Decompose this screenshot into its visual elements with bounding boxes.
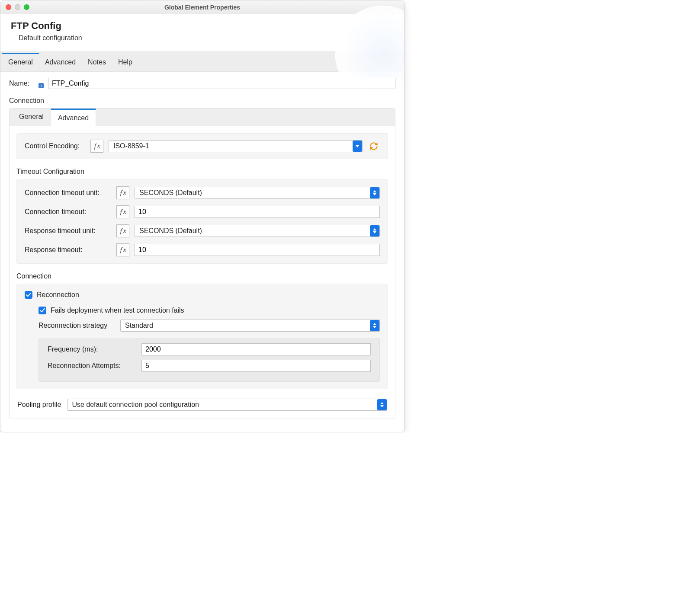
close-icon[interactable] [6,4,11,10]
window-title: Global Element Properties [0,4,404,11]
header-title: FTP Config [11,20,394,32]
connection2-title: Connection [16,272,395,280]
window-controls [0,4,29,10]
fx-button[interactable]: ƒx [116,186,129,199]
conn-timeout-unit-label: Connection timeout unit: [25,189,111,197]
info-icon: i [39,83,44,88]
fails-deploy-checkbox[interactable] [39,307,46,314]
pooling-label: Pooling profile [17,401,61,409]
strategy-label: Reconnection strategy [39,322,114,329]
stepper-icon [377,399,387,410]
fx-button[interactable]: ƒx [116,243,129,256]
zoom-icon[interactable] [24,4,29,10]
pooling-select[interactable]: Use default connection pool configuratio… [67,399,387,411]
encoding-label: Control Encoding: [25,142,85,150]
resp-timeout-input[interactable] [135,244,380,256]
name-row: Name: i [9,78,395,89]
stepper-icon [370,187,379,198]
conn-timeout-label: Connection timeout: [25,208,111,216]
connection-subtabs: General Advanced [10,109,395,126]
reconnection-group: Reconnection Fails deployment when test … [16,284,388,389]
chevron-down-icon [353,141,362,152]
fails-deploy-label: Fails deployment when test connection fa… [51,307,184,314]
resp-timeout-unit-value: SECONDS (Default) [139,227,370,235]
reconnection-nested: Fails deployment when test connection fa… [39,307,380,382]
header-subtitle: Default configuration [11,34,394,42]
dialog-header: FTP Config Default configuration [0,14,404,51]
attempts-label: Reconnection Attempts: [48,362,136,370]
pooling-value: Use default connection pool configuratio… [72,401,377,409]
tab-help[interactable]: Help [112,54,138,71]
encoding-value: ISO-8859-1 [113,142,353,150]
conn-timeout-unit-select[interactable]: SECONDS (Default) [135,187,380,199]
reconnection-checkbox[interactable] [25,291,32,299]
tab-notes[interactable]: Notes [82,54,112,71]
main-tabs: General Advanced Notes Help [0,51,404,72]
attempts-input[interactable] [141,360,371,372]
connection-panel: General Advanced Control Encoding: ƒx IS… [9,108,395,419]
tab-general[interactable]: General [2,53,39,71]
dialog-window: Global Element Properties FTP Config Def… [0,0,405,432]
frequency-label: Frequency (ms): [48,345,136,353]
subtab-advanced[interactable]: Advanced [51,109,96,126]
fx-button[interactable]: ƒx [90,140,103,153]
reconnection-label: Reconnection [37,291,79,299]
timeout-group: Connection timeout unit: ƒx SECONDS (Def… [16,179,388,264]
fx-button[interactable]: ƒx [116,224,129,237]
frequency-input[interactable] [141,343,371,355]
timeout-title: Timeout Configuration [16,168,395,176]
titlebar: Global Element Properties [0,0,404,14]
strategy-params: Frequency (ms): Reconnection Attempts: [39,338,380,382]
reload-icon[interactable] [368,142,380,150]
tab-advanced[interactable]: Advanced [39,54,82,71]
dialog-body: Name: i Connection General Advanced Cont… [0,72,404,432]
conn-timeout-unit-value: SECONDS (Default) [139,189,370,197]
stepper-icon [370,320,379,331]
connection-section-label: Connection [9,97,395,105]
name-label: Name: [9,80,35,87]
resp-timeout-unit-label: Response timeout unit: [25,227,111,235]
strategy-select[interactable]: Standard [120,320,380,332]
minimize-icon[interactable] [15,4,20,10]
resp-timeout-label: Response timeout: [25,246,111,254]
strategy-value: Standard [125,322,370,329]
subtab-general[interactable]: General [12,109,51,126]
conn-timeout-input[interactable] [135,206,380,218]
name-input[interactable] [48,78,395,89]
encoding-group: Control Encoding: ƒx ISO-8859-1 [16,133,388,159]
stepper-icon [370,225,379,237]
encoding-select[interactable]: ISO-8859-1 [109,140,363,152]
fx-button[interactable]: ƒx [116,205,129,218]
resp-timeout-unit-select[interactable]: SECONDS (Default) [135,225,380,237]
pooling-row: Pooling profile Use default connection p… [17,399,387,411]
